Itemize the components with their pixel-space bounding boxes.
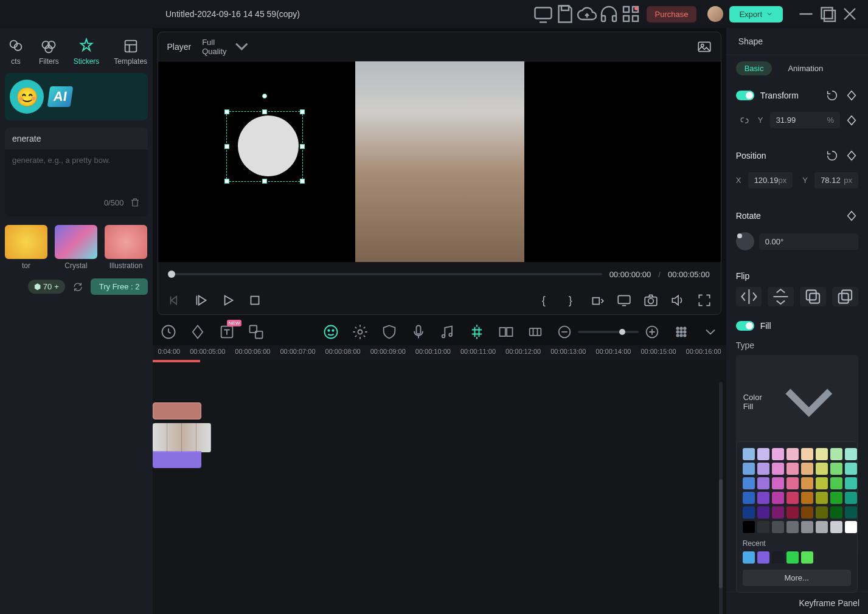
handle-sw[interactable] xyxy=(224,179,229,184)
rotate-handle[interactable] xyxy=(262,94,267,98)
maximize-icon[interactable] xyxy=(817,3,839,25)
palette-swatch[interactable] xyxy=(772,463,784,475)
handle-w[interactable] xyxy=(224,144,229,149)
palette-swatch[interactable] xyxy=(801,521,813,533)
palette-swatch[interactable] xyxy=(845,521,857,533)
palette-swatch[interactable] xyxy=(801,506,813,519)
palette-swatch[interactable] xyxy=(845,448,857,460)
palette-swatch[interactable] xyxy=(786,492,799,504)
palette-swatch[interactable] xyxy=(757,521,769,533)
palette-swatch[interactable] xyxy=(816,521,828,533)
rotate-input[interactable]: 0.00° xyxy=(759,233,858,250)
keyframe-y-icon[interactable] xyxy=(845,114,858,127)
palette-swatch[interactable] xyxy=(816,463,828,475)
palette-swatch[interactable] xyxy=(830,506,842,519)
handle-ne[interactable] xyxy=(300,109,305,114)
grid-icon[interactable] xyxy=(673,323,690,340)
mic-icon[interactable] xyxy=(410,323,427,340)
try-free-button[interactable]: Try Free : 2 xyxy=(91,278,148,295)
credits-badge[interactable]: ⬢ 70 + xyxy=(28,280,65,294)
crop-tool-icon[interactable] xyxy=(527,323,544,340)
image-icon[interactable] xyxy=(696,39,712,55)
display-icon[interactable] xyxy=(616,292,632,308)
handle-nw[interactable] xyxy=(224,109,229,114)
purchase-button[interactable]: Purchase xyxy=(647,6,697,22)
close-icon[interactable] xyxy=(839,3,861,25)
clip-audio[interactable] xyxy=(153,451,201,468)
palette-swatch[interactable] xyxy=(816,448,828,460)
prev-frame-icon[interactable] xyxy=(167,292,182,308)
refresh-icon[interactable] xyxy=(72,281,83,292)
palette-swatch[interactable] xyxy=(786,448,799,460)
paste-button[interactable] xyxy=(832,287,858,306)
flip-horizontal-button[interactable] xyxy=(736,287,762,306)
keyframe-icon[interactable] xyxy=(189,323,206,340)
palette-swatch[interactable] xyxy=(845,477,857,489)
zoom-in-icon[interactable] xyxy=(644,323,661,340)
x-input[interactable]: 120.19px xyxy=(748,172,793,188)
tab-effects[interactable]: cts xyxy=(7,38,24,66)
minimize-icon[interactable] xyxy=(795,3,817,25)
mark-in-icon[interactable]: { xyxy=(536,292,552,308)
palette-swatch[interactable] xyxy=(830,463,842,475)
chip-crystal[interactable]: Crystal xyxy=(55,225,97,270)
clip-video[interactable] xyxy=(153,423,211,452)
palette-swatch[interactable] xyxy=(757,448,769,460)
shield-icon[interactable] xyxy=(381,323,398,340)
generate-prompt-input[interactable]: generate, e.g., a pretty bow. xyxy=(12,156,141,192)
handle-s[interactable] xyxy=(262,179,267,184)
palette-swatch[interactable] xyxy=(743,448,755,460)
fill-toggle[interactable] xyxy=(736,321,754,331)
palette-swatch[interactable] xyxy=(801,448,813,460)
palette-swatch[interactable] xyxy=(772,477,784,489)
palette-swatch[interactable] xyxy=(786,521,799,533)
palette-swatch[interactable] xyxy=(743,492,755,504)
palette-swatch[interactable] xyxy=(845,506,857,519)
palette-swatch[interactable] xyxy=(845,463,857,475)
handle-se[interactable] xyxy=(300,179,305,184)
cloud-save-icon[interactable] xyxy=(576,3,598,25)
palette-swatch[interactable] xyxy=(772,521,784,533)
transform-toggle[interactable] xyxy=(736,91,754,100)
selection-box[interactable] xyxy=(226,111,303,182)
shape-circle[interactable] xyxy=(238,116,299,176)
scrollbar-thumb[interactable] xyxy=(719,479,723,588)
palette-swatch[interactable] xyxy=(830,477,842,489)
palette-swatch[interactable] xyxy=(757,492,769,504)
split-icon[interactable] xyxy=(498,323,515,340)
player-tab-label[interactable]: Player xyxy=(167,42,191,52)
palette-swatch[interactable] xyxy=(757,506,769,519)
palette-swatch[interactable] xyxy=(830,492,842,504)
palette-swatch[interactable] xyxy=(743,521,755,533)
copy-button[interactable] xyxy=(800,287,826,306)
subtab-animation[interactable]: Animation xyxy=(783,61,828,75)
palette-swatch[interactable] xyxy=(816,492,828,504)
save-icon[interactable] xyxy=(554,3,576,25)
zoom-thumb[interactable] xyxy=(619,329,625,335)
handle-e[interactable] xyxy=(300,144,305,149)
palette-swatch[interactable] xyxy=(801,463,813,475)
quality-dropdown[interactable]: Full Quality xyxy=(202,35,252,58)
flip-vertical-button[interactable] xyxy=(768,287,794,306)
palette-swatch[interactable] xyxy=(757,477,769,489)
translate-icon[interactable] xyxy=(248,323,265,340)
music-icon[interactable] xyxy=(439,323,456,340)
seek-head[interactable] xyxy=(168,271,175,278)
palette-swatch[interactable] xyxy=(743,463,755,475)
reset-position-icon[interactable] xyxy=(825,149,839,162)
keyframe-diamond-icon[interactable] xyxy=(845,89,858,102)
stop-icon[interactable] xyxy=(247,292,263,308)
apps-icon[interactable] xyxy=(620,3,642,25)
palette-swatch[interactable] xyxy=(786,506,799,519)
palette-swatch[interactable] xyxy=(816,506,828,519)
palette-swatch[interactable] xyxy=(786,463,799,475)
recent-swatch[interactable] xyxy=(772,551,784,564)
monitor-icon[interactable] xyxy=(532,3,554,25)
recent-swatch[interactable] xyxy=(743,551,755,564)
ai-face-icon[interactable] xyxy=(322,323,339,340)
palette-swatch[interactable] xyxy=(830,448,842,460)
palette-swatch[interactable] xyxy=(743,506,755,519)
mark-out-icon[interactable]: } xyxy=(563,292,578,308)
palette-swatch[interactable] xyxy=(830,521,842,533)
recent-swatch[interactable] xyxy=(786,551,799,564)
